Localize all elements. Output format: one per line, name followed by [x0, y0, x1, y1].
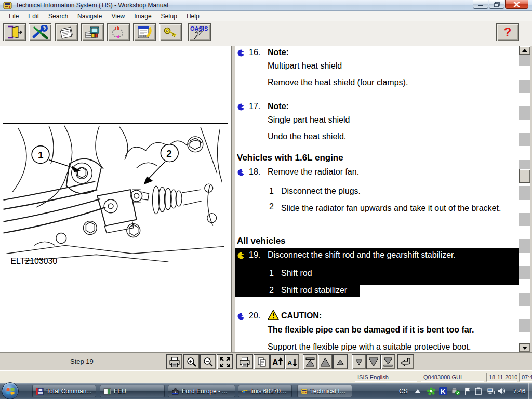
svg-text:A: A [287, 359, 292, 367]
step-text: Single part heat shield [268, 115, 350, 125]
tray-language-indicator[interactable]: CS [399, 388, 408, 395]
procedure-pane: 16. Note: Multipart heat shield Remove t… [235, 46, 519, 352]
restore-icon [494, 2, 500, 7]
scroll-down-icon [522, 347, 527, 350]
step-marker-icon[interactable] [237, 169, 245, 176]
tray-clock[interactable]: 7:46 [513, 388, 525, 395]
back-icon [400, 357, 411, 367]
menu-search[interactable]: Search [44, 11, 73, 21]
minimize-button[interactable] [473, 0, 488, 9]
ford-europe-icon [171, 388, 179, 395]
menu-file[interactable]: File [4, 11, 23, 21]
svg-text:1: 1 [38, 150, 43, 161]
step-text: Remove the radiator fan. [268, 167, 359, 177]
oasis-button[interactable]: OASIS [188, 23, 211, 41]
close-button[interactable] [505, 0, 528, 9]
step-marker-icon[interactable] [237, 103, 245, 111]
oasis-label: OASIS [190, 25, 208, 32]
menu-setup[interactable]: Setup [156, 11, 182, 21]
key-button[interactable] [159, 23, 182, 41]
caution-icon [268, 310, 279, 320]
manuals-icon [84, 25, 101, 39]
tray-network-icon[interactable] [487, 387, 496, 395]
step-number: 18. [249, 167, 260, 177]
print-figure-button[interactable] [166, 354, 182, 369]
nav-prev-major-button[interactable] [318, 354, 332, 369]
taskbar: Total Comman... FEU Ford Europe - ... e [0, 383, 532, 399]
nav-last-button[interactable] [381, 354, 395, 369]
vertical-scrollbar[interactable] [519, 46, 530, 352]
nav-last-icon [383, 357, 393, 367]
tray-usb-icon[interactable] [451, 387, 460, 395]
scroll-down-button[interactable] [519, 343, 530, 352]
substep-number: 1 [269, 269, 274, 278]
print-icon [169, 357, 180, 367]
tray-clipboard-icon[interactable] [474, 387, 482, 395]
oasis-icon: OASIS [189, 24, 210, 40]
start-button[interactable] [2, 382, 19, 399]
step-marker-icon-active[interactable] [237, 252, 245, 259]
tray-k-icon[interactable]: K [439, 387, 447, 395]
manuals-button[interactable] [81, 23, 104, 41]
figure-label: ELT2103030 [10, 257, 57, 265]
font-increase-button[interactable]: A [270, 354, 285, 369]
print-text-button[interactable] [236, 354, 253, 369]
tis-taskbar-icon [301, 388, 308, 395]
menu-image[interactable]: Image [129, 11, 156, 21]
restore-button[interactable] [489, 0, 504, 9]
nav-first-button[interactable] [303, 354, 317, 369]
scroll-up-button[interactable] [519, 46, 530, 55]
step-number: 17. [249, 102, 260, 111]
substep-number: 1 [269, 187, 274, 196]
start-orb-icon [2, 383, 18, 399]
tray-flag-icon[interactable] [464, 387, 471, 395]
step-marker-icon[interactable] [237, 49, 245, 57]
font-decrease-button[interactable]: A [285, 354, 299, 369]
taskbar-item-total-commander[interactable]: Total Comman... [32, 385, 96, 397]
font-increase-icon: A [272, 357, 283, 367]
copy-icon [257, 357, 267, 367]
substep-text: Slide the radiator fan upwards and take … [281, 202, 511, 215]
nav-next-major-button[interactable] [366, 354, 381, 369]
help-button[interactable]: ? [496, 23, 519, 41]
status-bar: ISIS English Q0483008.GUI 18-11-2010 07:… [0, 370, 532, 383]
substep-text: Shift rod [281, 269, 312, 278]
substep-text: Disconnect the plugs. [281, 187, 361, 196]
fit-to-window-button[interactable] [217, 354, 233, 369]
taskbar-item-finis[interactable]: e finis 6027025 - ... [238, 385, 292, 397]
menu-edit[interactable]: Edit [23, 11, 44, 21]
zoom-in-button[interactable] [183, 354, 200, 369]
show-desktop-button[interactable] [528, 383, 532, 399]
report-button[interactable] [133, 23, 156, 41]
taskbar-item-feu[interactable]: FEU [100, 385, 165, 397]
title-bar[interactable]: Technical Information System (TIS) - Wor… [0, 0, 532, 11]
svg-text:A: A [272, 358, 278, 367]
print-icon [239, 357, 250, 367]
section-heading: All vehicles [237, 236, 286, 246]
notepad-button[interactable] [55, 23, 78, 41]
menu-view[interactable]: View [107, 11, 129, 21]
zoom-out-icon [203, 357, 214, 367]
step-marker-icon[interactable] [237, 313, 245, 320]
step-text: Support the flexible pipe with a suitabl… [268, 342, 471, 352]
svg-text:e: e [242, 389, 245, 394]
tray-hidden-icon[interactable] [415, 389, 421, 393]
tools-button[interactable] [29, 23, 51, 41]
taskbar-item-tis[interactable]: Technical Infor... [297, 385, 352, 397]
tray-volume-icon[interactable] [498, 387, 506, 395]
back-button[interactable] [397, 354, 414, 369]
taskbar-item-ford-europe[interactable]: Ford Europe - ... [168, 385, 235, 397]
zoom-out-button[interactable] [200, 354, 216, 369]
nav-prev-minor-button[interactable] [333, 354, 348, 369]
menu-navigate[interactable]: Navigate [73, 11, 107, 21]
tray-icq-icon[interactable] [427, 387, 435, 395]
menu-help[interactable]: Help [182, 11, 204, 21]
svg-text:K: K [441, 388, 446, 395]
copy-button[interactable] [254, 354, 270, 369]
process-button[interactable] [107, 23, 130, 41]
step-text: Multipart heat shield [268, 61, 342, 71]
nav-next-minor-button[interactable] [352, 354, 366, 369]
section-heading: Vehicles with 1.6L engine [237, 153, 343, 163]
scrollbar-thumb[interactable] [519, 169, 530, 183]
exit-button[interactable] [3, 23, 26, 41]
